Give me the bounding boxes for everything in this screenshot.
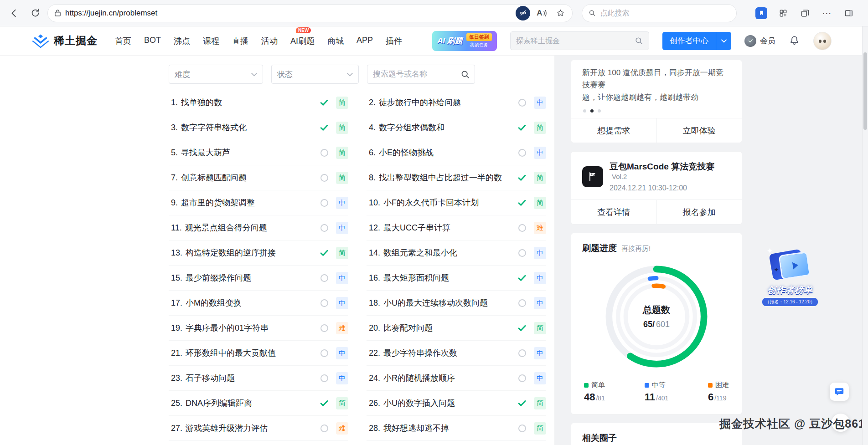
carousel-dot-active[interactable] — [590, 109, 594, 113]
carousel-dot[interactable] — [598, 109, 601, 113]
back-button[interactable] — [5, 5, 23, 22]
circle-icon — [518, 425, 526, 432]
nav-item[interactable]: 商城 — [326, 34, 345, 48]
problem-row[interactable]: 9. 超市里的货物架调整 中 — [169, 190, 348, 215]
search-icon[interactable] — [460, 70, 470, 79]
problem-row[interactable]: 26. 小U的数字插入问题 简 — [367, 391, 546, 416]
browser-search-input[interactable] — [600, 9, 730, 17]
problem-row[interactable]: 6. 小E的怪物挑战 中 — [367, 140, 546, 165]
site-logo[interactable]: 稀土掘金 — [32, 34, 98, 48]
problem-title: 数字字符串格式化 — [181, 122, 247, 133]
address-bar[interactable]: https://juejin.cn/problemset A — [47, 4, 573, 22]
problem-row[interactable]: 15. 最少前缀操作问题 中 — [169, 266, 348, 291]
scrollbar-thumb[interactable] — [863, 52, 867, 130]
problem-search-box[interactable] — [367, 65, 475, 84]
carousel-dot[interactable] — [583, 109, 586, 113]
creator-center-dropdown[interactable] — [716, 32, 731, 50]
progress-legend: 简单 48/81 中等 11/401 困难 6/119 — [582, 381, 731, 403]
search-icon[interactable] — [635, 36, 643, 45]
problem-row[interactable]: 10. 小F的永久代币卡回本计划 简 — [367, 190, 546, 215]
member-button[interactable]: 会员 — [744, 35, 775, 47]
progress-subtitle: 再接再厉! — [621, 245, 651, 253]
circle-icon — [518, 349, 526, 357]
status-icon — [517, 172, 527, 183]
problemset-panel: 难度 状态 1. 找单独的数 — [163, 56, 554, 445]
problem-number: 17. — [171, 298, 182, 308]
problem-row[interactable]: 22. 最少字符串操作次数 中 — [367, 341, 546, 366]
status-select[interactable]: 状态 — [271, 65, 359, 84]
collections-icon[interactable] — [798, 6, 812, 20]
problem-row[interactable]: 13. 构造特定数组的逆序拼接 简 — [169, 240, 348, 266]
contest-detail-button[interactable]: 查看详情 — [571, 200, 656, 224]
nav-item[interactable]: 课程 — [202, 34, 220, 48]
difficulty-badge: 难 — [336, 322, 348, 334]
tracking-prevention-icon[interactable] — [516, 6, 530, 20]
page-scrollbar[interactable] — [862, 26, 868, 445]
chevron-down-icon — [347, 72, 353, 77]
nav-item[interactable]: BOT — [143, 34, 162, 48]
status-icon — [517, 222, 527, 233]
notifications-bell-icon[interactable] — [789, 35, 800, 46]
user-avatar[interactable] — [813, 32, 832, 50]
site-search-box[interactable] — [510, 31, 649, 50]
read-aloud-icon[interactable]: A — [534, 6, 549, 20]
problem-row[interactable]: 14. 数组元素之和最小化 中 — [367, 240, 546, 266]
problem-row[interactable]: 3. 数字字符串格式化 简 — [169, 115, 348, 140]
chevron-down-icon — [251, 72, 257, 77]
problem-row[interactable]: 24. 小R的随机播放顺序 中 — [367, 366, 546, 391]
problem-row[interactable]: 7. 创意标题匹配问题 简 — [169, 165, 348, 190]
problem-row[interactable]: 23. 石子移动问题 中 — [169, 366, 348, 391]
extensions-icon[interactable] — [776, 6, 790, 20]
problem-row[interactable]: 11. 观光景点组合得分问题 中 — [169, 215, 348, 240]
legend-dot — [584, 383, 589, 388]
try-now-button[interactable]: 立即体验 — [656, 118, 742, 143]
problem-row[interactable]: 8. 找出整型数组中占比超过一半的数 简 — [367, 165, 546, 190]
problem-row[interactable]: 19. 字典序最小的01字符串 难 — [169, 316, 348, 341]
problem-row[interactable]: 5. 寻找最大葫芦 简 — [169, 140, 348, 165]
problem-row[interactable]: 18. 小U的最大连续移动次数问题 中 — [367, 291, 546, 316]
bookmark-extension-icon[interactable] — [754, 6, 769, 20]
problem-row[interactable]: 17. 小M的数组变换 中 — [169, 291, 348, 316]
browser-more-icon[interactable]: ⋯ — [820, 6, 834, 20]
sidebar-panel-icon[interactable] — [842, 6, 856, 20]
problem-row[interactable]: 25. DNA序列编辑距离 简 — [169, 391, 348, 416]
problem-row[interactable]: 16. 最大矩形面积问题 中 — [367, 266, 546, 291]
circle-icon — [320, 425, 328, 432]
refresh-button[interactable] — [26, 5, 44, 22]
check-icon — [319, 123, 329, 133]
nav-item[interactable]: APP — [356, 34, 374, 48]
problem-search-input[interactable] — [367, 65, 475, 83]
browser-search-box[interactable] — [582, 4, 737, 22]
main-nav: 首页 BOT 沸点 课程 直播 活动 — [114, 34, 403, 48]
problem-row[interactable]: 28. 我好想逃却逃不掉 简 — [367, 416, 546, 441]
creator-leaderboard-badge[interactable]: ✦ ✦ 创作者榜单 （报名：12.16 - 12.20） — [760, 248, 820, 306]
feedback-button[interactable]: 想提需求 — [571, 118, 656, 143]
problem-row[interactable]: 1. 找单独的数 简 — [169, 90, 348, 115]
left-whitespace — [0, 56, 163, 445]
problem-row[interactable]: 20. 比赛配对问题 简 — [367, 316, 546, 341]
difficulty-badge: 简 — [534, 422, 546, 435]
site-search-input[interactable] — [516, 37, 631, 45]
problem-row[interactable]: 27. 游戏英雄升级潜力评估 难 — [169, 416, 348, 441]
problem-row[interactable]: 12. 最大UCC子串计算 难 — [367, 215, 546, 240]
nav-item[interactable]: 沸点 — [173, 34, 191, 48]
contest-signup-button[interactable]: 报名参加 — [656, 200, 742, 224]
problem-row[interactable]: 2. 徒步旅行中的补给问题 中 — [367, 90, 546, 115]
ai-practice-promo-banner[interactable]: AI 刷题 每日签到 我的任务 — [432, 31, 497, 51]
nav-item[interactable]: 插件 — [385, 34, 403, 48]
creator-center-button[interactable]: 创作者中心 — [662, 32, 731, 50]
problem-number: 8. — [369, 173, 376, 183]
difficulty-select[interactable]: 难度 — [169, 65, 263, 84]
chat-button[interactable] — [830, 383, 849, 401]
nav-item[interactable]: 直播 — [231, 34, 249, 48]
circle-icon — [518, 149, 526, 157]
favorite-star-icon[interactable] — [553, 6, 568, 20]
nav-item[interactable]: 活动 — [260, 34, 279, 48]
problem-row[interactable]: 4. 数字分组求偶数和 简 — [367, 115, 546, 140]
problem-row[interactable]: 21. 环形数组中的最大贡献值 中 — [169, 341, 348, 366]
nav-item[interactable]: AI刷题 NEW — [289, 34, 315, 48]
legend-item: 困难 6/119 — [708, 381, 729, 403]
nav-item[interactable]: 首页 — [114, 34, 132, 48]
problem-title: 创意标题匹配问题 — [181, 172, 247, 183]
difficulty-badge: 中 — [534, 347, 546, 359]
